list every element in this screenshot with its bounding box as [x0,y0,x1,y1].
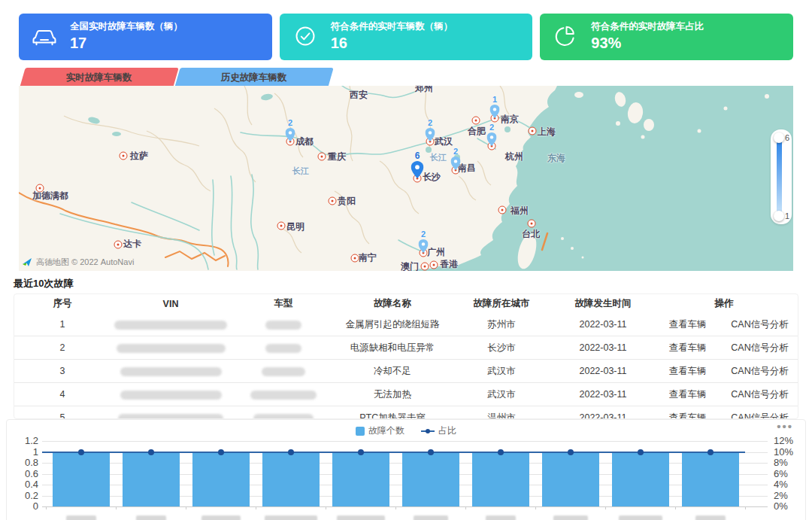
map-pin-成都[interactable]: 2 [286,119,295,141]
amap-logo-icon [22,257,33,267]
x-axis-tick [395,506,396,509]
x-label-stub [486,515,516,520]
pin-count: 6 [415,151,420,160]
fault-count-bar[interactable] [402,452,459,507]
ratio-dot[interactable] [78,449,84,455]
table-row: 5PTC加热器击穿温州市2022-03-11查看车辆CAN信号分析 [14,406,798,419]
table-row: 3冷却不足武汉市2022-03-11查看车辆CAN信号分析 [14,360,798,383]
card-value: 16 [331,34,453,53]
action-view-vehicle[interactable]: 查看车辆 [652,365,723,378]
y-left-tick: 0.2 [11,490,38,501]
city-marker-icon [430,261,438,269]
table-row: 2电源缺相和电压异常长沙市2022-03-11查看车辆CAN信号分析 [14,336,798,360]
stat-cards: 全国实时故障车辆数（辆） 17 符合条件的实时车辆数（辆） 16 [19,14,793,60]
map-pin-武汉[interactable]: 2 [426,119,435,141]
card-value: 17 [70,34,183,53]
map-density-legend: 6 1 [771,129,792,224]
y-right-tick: 2% [774,490,805,501]
fault-count-bar[interactable] [262,452,320,507]
cell-index: 3 [14,366,111,376]
ratio-dot[interactable] [288,449,294,455]
map-pin-广州[interactable]: 2 [419,230,429,253]
ratio-dot[interactable] [498,449,504,455]
col-header-vin: VIN [111,299,231,309]
ratio-dot[interactable] [638,449,644,455]
cell-date: 2022-03-11 [554,389,652,400]
bar-legend-icon [356,427,365,436]
map-terrain [19,86,793,271]
col-header-actions: 操作 [652,297,796,310]
map-pin-长沙[interactable]: 6 [411,151,424,178]
city-marker-icon [498,206,507,214]
pin-count: 2 [489,123,494,132]
map-pin-南京[interactable]: 1 [490,96,500,118]
fault-count-bar[interactable] [612,452,669,507]
ratio-dot[interactable] [218,449,224,455]
card-label: 符合条件的实时车辆数（辆） [331,21,453,33]
map-pin-南昌[interactable]: 2 [451,147,461,170]
tab-history-faults[interactable]: 历史故障车辆数 [174,68,333,87]
ratio-dot[interactable] [148,449,154,455]
y-right-tick: 12% [774,435,805,446]
pie-chart-icon [552,24,582,50]
chart-menu-icon[interactable]: ••• [777,420,793,433]
attribution-text: 高德地图 © 2022 AutoNavi [36,257,134,268]
action-can-analysis[interactable]: CAN信号分析 [723,342,796,354]
cell-fault-name: 金属屑引起的绕组短路 [336,318,449,331]
gridline [42,506,768,507]
action-view-vehicle[interactable]: 查看车辆 [652,318,723,331]
legend-item-fault-count[interactable]: 故障个数 [356,424,404,437]
card-label: 符合条件的实时故障车占比 [591,21,704,33]
fault-count-bar[interactable] [332,452,389,507]
table-header-row: 序号 VIN 车型 故障名称 故障所在城市 故障发生时间 操作 [14,294,798,313]
y-left-tick: 1.2 [11,435,38,446]
cell-vin-redacted [111,342,231,353]
action-can-analysis[interactable]: CAN信号分析 [723,412,796,420]
fault-count-bar[interactable] [472,452,529,507]
y-right-tick: 0% [774,500,805,512]
ratio-dot[interactable] [707,449,714,455]
ratio-dot[interactable] [358,449,364,455]
col-header-model: 车型 [231,297,336,310]
fault-count-bar[interactable] [682,452,739,507]
cell-model-redacted [231,389,336,400]
action-view-vehicle[interactable]: 查看车辆 [652,342,723,354]
x-axis-tick [326,506,326,509]
city-marker-icon [36,184,44,193]
stat-card-qualified-vehicles: 符合条件的实时车辆数（辆） 16 [280,14,533,60]
map-attribution: 高德地图 © 2022 AutoNavi [22,257,134,268]
check-circle-icon [292,24,322,50]
cell-index: 2 [14,342,111,353]
cell-city: 苏州市 [449,318,554,331]
fault-count-bar[interactable] [542,452,599,507]
fault-count-bar[interactable] [53,452,110,507]
line-legend-icon [421,427,435,435]
city-marker-icon [529,127,537,135]
city-marker-icon [528,220,536,228]
map-pin-杭州[interactable]: 2 [487,123,497,146]
stat-card-fault-ratio: 符合条件的实时故障车占比 93% [540,14,793,60]
action-can-analysis[interactable]: CAN信号分析 [723,318,796,331]
y-left-tick: 0 [11,500,38,512]
y-left-tick: 0.6 [11,468,38,479]
map-canvas[interactable]: 6 1 高德地图 © 2022 AutoNavi 西安郑州拉萨成都重庆武汉合肥南… [19,86,793,271]
tab-realtime-faults[interactable]: 实时故障车辆数 [20,68,178,87]
col-header-city: 故障所在城市 [449,297,554,310]
cell-vin-redacted [111,319,231,330]
city-marker-icon [472,117,480,125]
x-label-stub [136,515,166,520]
cell-fault-name: 无法加热 [336,388,449,401]
ratio-dot[interactable] [568,449,574,455]
y-left-tick: 0.8 [11,457,38,468]
cell-vin-redacted [111,412,231,419]
legend-item-ratio[interactable]: 占比 [421,424,456,437]
action-view-vehicle[interactable]: 查看车辆 [652,388,723,401]
cell-fault-name: PTC加热器击穿 [336,412,449,420]
x-label-stub [414,515,448,520]
action-view-vehicle[interactable]: 查看车辆 [652,412,723,420]
fault-count-bar[interactable] [192,452,250,507]
action-can-analysis[interactable]: CAN信号分析 [723,365,796,378]
ratio-dot[interactable] [428,449,434,455]
fault-count-bar[interactable] [123,452,180,507]
action-can-analysis[interactable]: CAN信号分析 [723,388,796,401]
